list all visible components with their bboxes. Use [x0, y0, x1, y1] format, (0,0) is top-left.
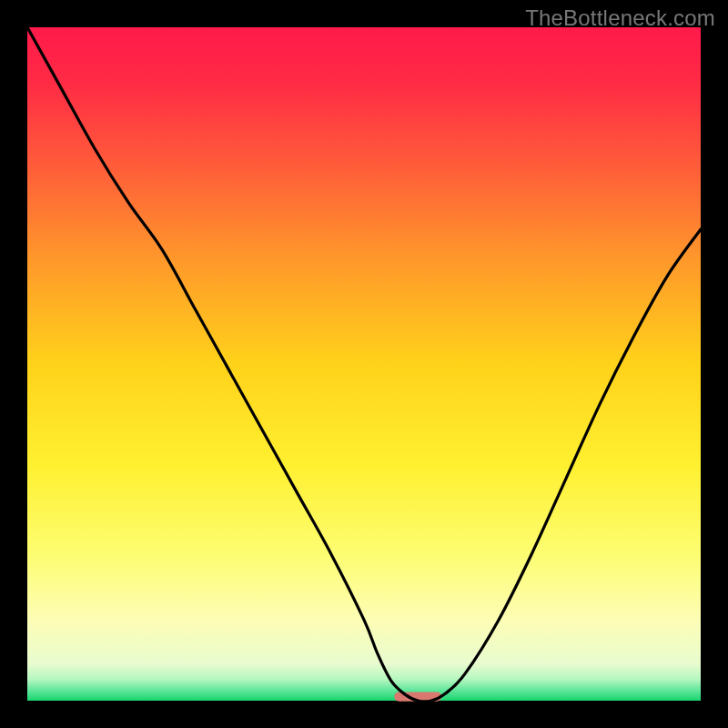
plot-background: [27, 27, 701, 701]
chart-frame: TheBottleneck.com: [0, 0, 728, 728]
watermark-text: TheBottleneck.com: [525, 5, 715, 31]
bottleneck-chart: [0, 0, 728, 728]
